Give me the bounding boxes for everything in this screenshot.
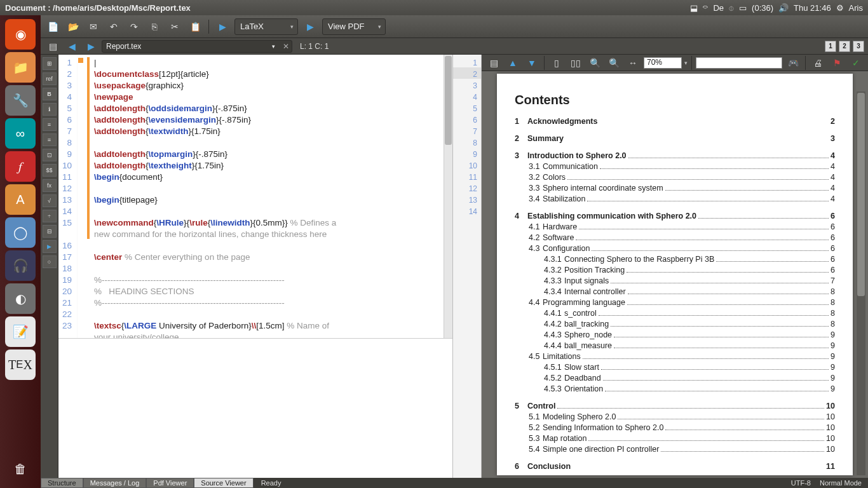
battery-icon[interactable]: ▭ xyxy=(739,3,747,13)
tab-list-icon[interactable]: ▤ xyxy=(44,38,61,55)
log-view[interactable] xyxy=(58,338,452,478)
settings-icon[interactable]: ⚙ xyxy=(836,3,844,13)
save-icon[interactable]: ✉ xyxy=(85,18,102,35)
bluetooth-icon[interactable]: ⌽ xyxy=(729,3,734,13)
tab-toolbar: ▤ ◀ ▶ Report.tex ▾ ✕ L: 1 C: 1 1 2 3 xyxy=(41,38,868,55)
pdf-viewport[interactable]: Contents 1Acknowledgments22Summary33Intr… xyxy=(482,71,868,478)
status-bar: Structure Messages / Log Pdf Viewer Sour… xyxy=(41,478,868,488)
pdf-toolbar: ▤ ▲ ▼ ▯ ▯▯ 🔍 🔍 ↔ 70% ▾ 🎮 🖨 ⚑ ✓ xyxy=(482,55,868,71)
wifi-icon[interactable]: ⌔ xyxy=(703,3,708,13)
bookmark-1[interactable]: 1 xyxy=(825,41,836,52)
view-dropdown[interactable]: View PDF xyxy=(322,18,386,35)
status-tab-structure[interactable]: Structure xyxy=(41,478,83,488)
view-icon[interactable]: ▶ xyxy=(302,18,318,35)
status-encoding: UTF-8 xyxy=(791,479,811,487)
settings-app-icon[interactable]: 🔧 xyxy=(5,85,36,116)
file-tab-label: Report.tex xyxy=(106,42,141,51)
status-tab-sourceviewer[interactable]: Source Viewer xyxy=(194,478,253,488)
pdf-double-icon[interactable]: ▯▯ xyxy=(567,55,584,71)
chromium-icon[interactable]: ◯ xyxy=(5,217,36,248)
editor-pane: 123456789101112131415 1617181920212223 |… xyxy=(58,55,452,478)
sidebar-btn[interactable]: ⊞ xyxy=(43,57,57,70)
fritzing-icon[interactable]: 𝑓 xyxy=(5,151,36,182)
pdf-up-icon[interactable]: ▲ xyxy=(505,55,521,71)
open-file-icon[interactable]: 📂 xyxy=(65,18,81,35)
pdf-single-icon[interactable]: ▯ xyxy=(548,55,565,71)
tab-prev-icon[interactable]: ◀ xyxy=(64,38,80,55)
trash-icon[interactable]: 🗑 xyxy=(5,454,36,484)
keyboard-layout[interactable]: De xyxy=(713,3,724,13)
disk-icon[interactable]: ◐ xyxy=(5,283,36,314)
pdf-toc-icon[interactable]: ▤ xyxy=(485,55,502,71)
software-icon[interactable]: A xyxy=(5,184,36,215)
sidebar-btn[interactable]: ref xyxy=(43,72,57,85)
sidebar-btn[interactable]: ○ xyxy=(43,255,57,268)
arduino-icon[interactable]: ∞ xyxy=(5,118,36,149)
sidebar-btn[interactable]: ▶ xyxy=(43,240,57,253)
files-icon[interactable]: 📁 xyxy=(5,52,36,83)
build-dropdown[interactable]: LaTeX xyxy=(234,18,298,35)
code-editor[interactable]: | \documentclass[12pt]{article} \usepack… xyxy=(90,55,444,338)
sidebar-btn[interactable]: ⊡ xyxy=(43,149,57,161)
close-tab-icon[interactable]: ✕ xyxy=(283,42,289,51)
pdf-flag-icon[interactable]: ⚑ xyxy=(829,55,845,71)
editor-scrollbar[interactable] xyxy=(444,55,452,338)
status-message: Ready xyxy=(261,479,281,487)
zoom-input[interactable]: 70% xyxy=(644,57,682,69)
pdf-search-input[interactable] xyxy=(696,57,782,69)
sidebar-btn[interactable]: ≡ xyxy=(43,133,57,146)
pdf-check-icon[interactable]: ✓ xyxy=(848,55,864,71)
sidebar-btn[interactable]: ≡ xyxy=(43,118,57,131)
redo-icon[interactable]: ↷ xyxy=(126,18,142,35)
pdf-zoomin-icon[interactable]: 🔍 xyxy=(606,55,622,71)
pdf-page: Contents 1Acknowledgments22Summary33Intr… xyxy=(497,74,853,475)
copy-icon[interactable]: ⎘ xyxy=(146,18,163,35)
status-mode: Normal Mode xyxy=(820,479,862,487)
pdf-fit-icon[interactable]: ↔ xyxy=(625,55,641,71)
pdf-scrollbar[interactable] xyxy=(857,92,865,475)
pdf-zoomout-icon[interactable]: 🔍 xyxy=(587,55,603,71)
dropbox-icon[interactable]: ⬓ xyxy=(690,3,698,13)
sidebar-btn[interactable]: ⊟ xyxy=(43,225,57,238)
cut-icon[interactable]: ✂ xyxy=(166,18,183,35)
symbol-sidebar: ⊞ ref B ℹ ≡ ≡ ⊡ $$ fx √ ÷ ⊟ ▶ ○ xyxy=(41,55,58,478)
file-tab[interactable]: Report.tex ▾ ✕ xyxy=(102,40,292,53)
battery-text: (0:36) xyxy=(752,3,773,13)
sidebar-btn[interactable]: fx xyxy=(43,179,57,192)
toc-title: Contents xyxy=(515,93,835,107)
main-toolbar: 📄 📂 ✉ ↶ ↷ ⎘ ✂ 📋 ▶ LaTeX ▶ View PDF xyxy=(41,15,868,38)
minimap: 1234567891011121314 xyxy=(452,55,482,478)
build-icon[interactable]: ▶ xyxy=(214,18,231,35)
sidebar-btn[interactable]: ℹ xyxy=(43,103,57,116)
system-tray: ⬓ ⌔ De ⌽ ▭ (0:36) 🔊 Thu 21:46 ⚙ Aris xyxy=(690,3,863,13)
unity-launcher: ◉ 📁 🔧 ∞ 𝑓 A ◯ 🎧 ◐ 📝 TEX 🗑 xyxy=(0,15,41,488)
cursor-position: L: 1 C: 1 xyxy=(300,42,329,51)
pdf-print-icon[interactable]: 🖨 xyxy=(810,55,826,71)
dash-icon[interactable]: ◉ xyxy=(5,19,36,50)
volume-icon[interactable]: 🔊 xyxy=(778,3,789,13)
fold-gutter xyxy=(78,55,86,338)
sidebar-btn[interactable]: ÷ xyxy=(43,210,57,222)
sidebar-btn[interactable]: √ xyxy=(43,194,57,207)
pdf-pane: ▤ ▲ ▼ ▯ ▯▯ 🔍 🔍 ↔ 70% ▾ 🎮 🖨 ⚑ ✓ xyxy=(482,55,868,478)
sidebar-btn[interactable]: B xyxy=(43,88,57,100)
user-name[interactable]: Aris xyxy=(849,3,863,13)
status-tab-messages[interactable]: Messages / Log xyxy=(83,478,147,488)
bookmark-2[interactable]: 2 xyxy=(839,41,850,52)
sidebar-btn[interactable]: $$ xyxy=(43,164,57,177)
status-tab-pdfviewer[interactable]: Pdf Viewer xyxy=(146,478,194,488)
bookmark-3[interactable]: 3 xyxy=(853,41,864,52)
new-file-icon[interactable]: 📄 xyxy=(44,18,61,35)
pdf-gamepad-icon[interactable]: 🎮 xyxy=(785,55,801,71)
paste-icon[interactable]: 📋 xyxy=(187,18,203,35)
texstudio-icon[interactable]: TEX xyxy=(5,349,36,380)
undo-icon[interactable]: ↶ xyxy=(105,18,122,35)
line-numbers: 123456789101112131415 1617181920212223 xyxy=(58,55,78,338)
pdf-down-icon[interactable]: ▼ xyxy=(524,55,540,71)
gedit-icon[interactable]: 📝 xyxy=(5,316,36,347)
audacity-icon[interactable]: 🎧 xyxy=(5,250,36,281)
titlebar: Document : /home/aris/Desktop/Msc/Report… xyxy=(0,0,868,15)
tab-next-icon[interactable]: ▶ xyxy=(83,38,99,55)
window-title: Document : /home/aris/Desktop/Msc/Report… xyxy=(5,3,191,13)
clock[interactable]: Thu 21:46 xyxy=(794,3,831,13)
